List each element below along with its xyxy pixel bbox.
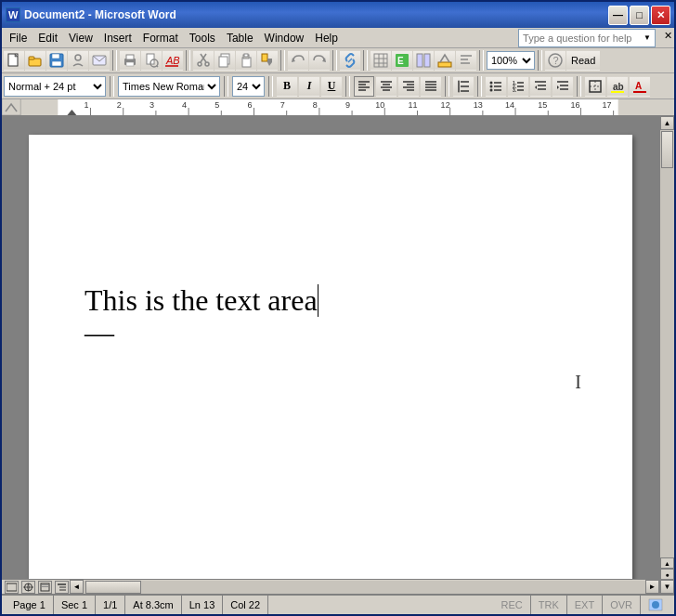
style-select[interactable]: Normal + 24 pt <box>4 76 106 97</box>
border-button[interactable] <box>585 76 605 97</box>
status-page-of: 1/1 <box>96 596 125 614</box>
redo-button[interactable] <box>309 50 330 71</box>
numbering-button[interactable]: 1.2.3. <box>508 76 528 97</box>
print-preview-button[interactable] <box>141 50 162 71</box>
help-search-box[interactable]: ▼ <box>518 29 656 47</box>
minimize-button[interactable]: — <box>608 6 628 25</box>
window-title: Document2 - Microsoft Word <box>24 8 608 21</box>
save-button[interactable] <box>46 50 67 71</box>
svg-text:9: 9 <box>345 100 350 110</box>
align-center-button[interactable] <box>376 76 396 97</box>
print-button[interactable] <box>120 50 140 71</box>
columns-button[interactable] <box>413 50 434 71</box>
scroll-left-button[interactable]: ◄ <box>70 580 84 594</box>
svg-point-69 <box>490 81 493 84</box>
status-col: Col 22 <box>223 596 268 614</box>
svg-point-71 <box>490 85 493 87</box>
menu-view[interactable]: View <box>63 30 98 46</box>
undo-button[interactable] <box>288 50 308 71</box>
format-painter-button[interactable] <box>257 50 278 71</box>
scroll-up-button[interactable]: ▲ <box>660 116 674 130</box>
read-button[interactable]: Read <box>566 50 600 71</box>
window-controls: — □ ✕ <box>608 6 670 25</box>
size-select[interactable]: 24 810121418 243648 <box>232 76 265 97</box>
align-left-button[interactable] <box>354 76 374 97</box>
align-right-button[interactable] <box>398 76 419 97</box>
v-scroll-thumb[interactable] <box>661 131 673 168</box>
menu-edit[interactable]: Edit <box>32 30 63 46</box>
copy-button[interactable] <box>214 50 235 71</box>
line-spacing-button[interactable] <box>453 76 474 97</box>
scroll-right-button[interactable]: ► <box>645 580 659 594</box>
scroll-down-button[interactable]: ▼ <box>660 580 674 594</box>
link-button[interactable] <box>340 50 360 71</box>
page-label: Page 1 <box>13 599 46 610</box>
help-btn[interactable]: ? <box>545 50 566 71</box>
justify-button[interactable] <box>421 76 441 97</box>
print-view-button[interactable] <box>38 581 52 594</box>
outline-view-button[interactable] <box>55 581 69 594</box>
close-button[interactable]: ✕ <box>651 6 670 25</box>
document-text-content: This is the text area <box>84 283 318 317</box>
cut-button[interactable] <box>193 50 214 71</box>
menu-table[interactable]: Table <box>221 30 259 46</box>
decrease-indent-button[interactable] <box>530 76 551 97</box>
excel-button[interactable]: E <box>392 50 412 71</box>
svg-text:10: 10 <box>375 100 384 110</box>
menu-help[interactable]: Help <box>309 30 344 46</box>
highlight-button[interactable]: ab <box>607 76 628 97</box>
help-close-icon[interactable]: ✕ <box>664 30 672 42</box>
spell-button[interactable]: ABC <box>162 50 183 71</box>
svg-text:4: 4 <box>182 100 187 110</box>
zoom-control: 100% 75% 50% 150% 200% <box>487 51 535 70</box>
help-dropdown-icon[interactable]: ▼ <box>644 33 651 42</box>
doc-map-button[interactable] <box>456 50 476 71</box>
open-button[interactable] <box>25 50 46 71</box>
maximize-button[interactable]: □ <box>630 6 649 25</box>
h-scroll-track[interactable] <box>84 581 645 594</box>
web-view-button[interactable] <box>21 581 35 594</box>
v-scroll-track[interactable] <box>660 130 674 557</box>
svg-text:3.: 3. <box>513 87 517 93</box>
select-browse-button[interactable]: ● <box>660 569 674 580</box>
menu-format[interactable]: Format <box>137 30 184 46</box>
menu-tools[interactable]: Tools <box>184 30 221 46</box>
document-text[interactable]: This is the text area <box>84 283 577 318</box>
svg-text:17: 17 <box>603 100 612 110</box>
new-button[interactable] <box>4 50 24 71</box>
bold-button[interactable]: B <box>277 76 297 97</box>
col-label: Col 22 <box>230 599 260 610</box>
normal-view-button[interactable] <box>5 581 19 594</box>
document-page[interactable]: This is the text area — I <box>29 135 632 579</box>
font-color-button[interactable]: A <box>630 76 650 97</box>
content-area: This is the text area — I <box>2 116 674 594</box>
fmt-sep-5 <box>445 76 449 97</box>
increase-indent-button[interactable] <box>552 76 573 97</box>
menu-file[interactable]: File <box>4 30 32 46</box>
italic-button[interactable]: I <box>299 76 319 97</box>
bullets-button[interactable] <box>486 76 506 97</box>
rec-label: REC <box>501 599 523 610</box>
drawing-button[interactable] <box>435 50 455 71</box>
menu-insert[interactable]: Insert <box>98 30 137 46</box>
help-search-input[interactable] <box>523 33 644 44</box>
underline-button[interactable]: U <box>321 76 342 97</box>
status-ln: Ln 13 <box>182 596 224 614</box>
font-select[interactable]: Times New Roman <box>118 76 220 97</box>
sec-label: Sec 1 <box>61 599 87 610</box>
svg-marker-67 <box>458 80 460 82</box>
status-lang-icon <box>641 596 670 614</box>
zoom-select[interactable]: 100% 75% 50% 150% 200% <box>487 51 535 70</box>
h-scroll-thumb[interactable] <box>85 581 141 594</box>
table-insert-button[interactable] <box>370 50 391 71</box>
svg-rect-135 <box>6 583 17 591</box>
trk-label: TRK <box>539 599 559 610</box>
prev-page-button[interactable]: ▲ <box>660 557 674 569</box>
permission-button[interactable] <box>68 50 88 71</box>
email-button[interactable] <box>89 50 110 71</box>
tb-separator-5 <box>363 50 368 71</box>
svg-point-22 <box>205 62 209 66</box>
document-area[interactable]: This is the text area — I <box>2 116 659 579</box>
paste-button[interactable] <box>236 50 256 71</box>
menu-window[interactable]: Window <box>259 30 310 46</box>
